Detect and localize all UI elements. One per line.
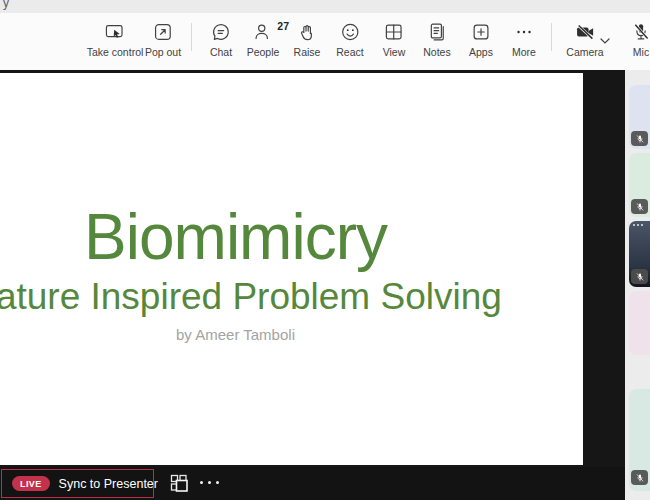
participant-tile[interactable]	[629, 85, 650, 149]
participant-muted-badge	[631, 470, 648, 485]
mic-off-icon	[635, 272, 645, 282]
participant-tile[interactable]	[629, 153, 650, 217]
sync-to-presenter-label: Sync to Presenter	[59, 477, 158, 491]
pop-out-icon	[152, 21, 174, 43]
mic-button[interactable]: Mic	[630, 21, 650, 58]
slide-subtitle: Nature Inspired Problem Solving	[0, 277, 502, 318]
apps-button[interactable]: Apps	[469, 21, 493, 58]
more-label: More	[512, 46, 536, 58]
view-label: View	[383, 46, 406, 58]
react-button[interactable]: React	[336, 21, 363, 58]
camera-chevron-down-icon[interactable]	[599, 32, 611, 42]
toolbar-divider	[551, 23, 552, 51]
people-label: People	[247, 46, 280, 58]
participant-muted-badge	[631, 199, 648, 214]
mic-off-icon	[635, 473, 645, 483]
window-title-bar: y	[0, 0, 650, 13]
take-control-icon	[104, 21, 126, 43]
bottom-bar: LIVE Sync to Presenter	[0, 467, 625, 500]
chat-button[interactable]: Chat	[210, 21, 232, 58]
presentation-slide: Biomimicry Nature Inspired Problem Solvi…	[0, 73, 583, 465]
tile-more-icon[interactable]	[633, 224, 643, 226]
apps-icon	[470, 21, 492, 43]
layout-icon	[168, 472, 192, 496]
apps-label: Apps	[469, 46, 493, 58]
teams-meeting-window: y Take control Pop out Chat	[0, 0, 650, 500]
pop-out-button[interactable]: Pop out	[145, 21, 181, 58]
camera-label: Camera	[566, 46, 603, 58]
react-label: React	[336, 46, 363, 58]
notes-icon	[426, 21, 448, 43]
participants-rail	[625, 70, 650, 500]
raise-hand-label: Raise	[294, 46, 321, 58]
notes-label: Notes	[423, 46, 450, 58]
meeting-header: y Take control Pop out Chat	[0, 0, 650, 70]
view-button[interactable]: View	[383, 21, 406, 58]
people-count-badge: 27	[277, 20, 289, 32]
participant-tile[interactable]	[629, 291, 650, 355]
take-control-button[interactable]: Take control	[87, 21, 144, 58]
live-badge: LIVE	[12, 476, 50, 491]
chat-label: Chat	[210, 46, 232, 58]
participant-tile-video[interactable]	[629, 221, 650, 287]
more-button[interactable]: More	[512, 21, 536, 58]
people-icon: 27	[252, 21, 274, 43]
slide-title: Biomimicry	[84, 201, 387, 275]
toolbar-divider	[191, 23, 192, 51]
take-control-label: Take control	[87, 46, 144, 58]
chat-icon	[210, 21, 232, 43]
mic-label: Mic	[633, 46, 649, 58]
more-icon	[513, 21, 535, 43]
raise-hand-icon	[296, 21, 318, 43]
participant-tile[interactable]	[629, 389, 650, 491]
participant-muted-badge	[631, 131, 648, 146]
participant-muted-badge	[631, 269, 648, 284]
raise-hand-button[interactable]: Raise	[294, 21, 321, 58]
camera-off-icon	[574, 21, 596, 43]
pop-out-label: Pop out	[145, 46, 181, 58]
react-icon	[339, 21, 361, 43]
mic-off-icon	[635, 202, 645, 212]
layout-button[interactable]	[168, 472, 192, 496]
shared-content-stage: Biomimicry Nature Inspired Problem Solvi…	[0, 70, 625, 500]
notes-button[interactable]: Notes	[423, 21, 450, 58]
bottom-more-button[interactable]	[200, 481, 219, 484]
slide-byline: by Ameer Tamboli	[176, 326, 295, 343]
people-button[interactable]: 27 People	[247, 21, 280, 58]
window-title-fragment: y	[3, 0, 9, 10]
mic-off-icon	[630, 21, 650, 43]
view-icon	[383, 21, 405, 43]
sync-to-presenter-button[interactable]: LIVE Sync to Presenter	[1, 469, 154, 498]
mic-off-icon	[635, 134, 645, 144]
